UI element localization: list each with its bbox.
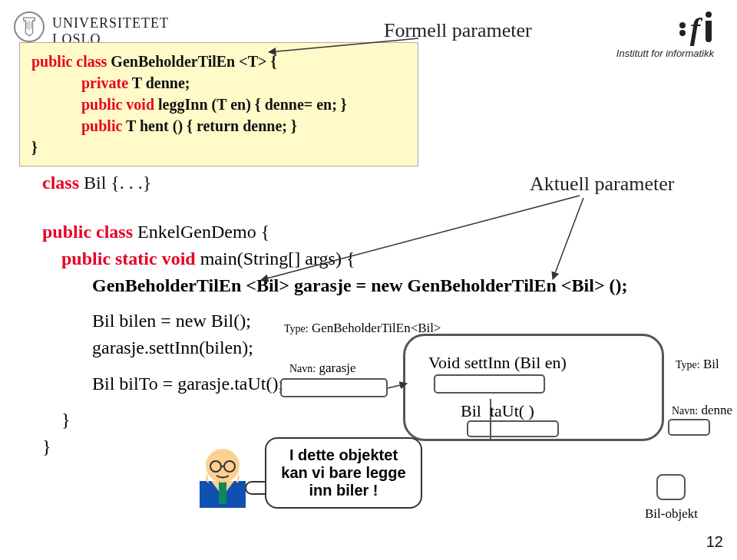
class-bil-line: class Bil {. . .} — [42, 173, 151, 193]
bil-navn-label: Navn: denne — [672, 403, 732, 418]
formell-parameter-label: Formell parameter — [384, 19, 532, 42]
bil-denne-slot — [668, 419, 710, 436]
bil-objekt-box — [656, 474, 686, 500]
code-box-generic-class: public class GenBeholderTilEn <T> { priv… — [19, 42, 418, 166]
obj-type-label: Type: GenBeholderTilEn<Bil> — [284, 321, 441, 336]
professor-icon — [196, 439, 250, 508]
bil-type-label: Type: Bil — [676, 357, 719, 372]
slide-header: UNIVERSITETET I OSLO f Institutt for inf… — [8, 8, 729, 46]
obj-taut-label: Bil taUt( ) — [461, 401, 534, 421]
uio-seal-icon — [14, 12, 45, 42]
obj-settinn-label: Void settInn (Bil en) — [428, 353, 567, 373]
page-number: 12 — [706, 533, 723, 551]
obj-settinn-slot — [434, 374, 545, 394]
obj-taut-slot — [467, 420, 559, 437]
ifi-caption: Institutt for informatikk — [616, 48, 714, 59]
aktuell-parameter-label: Aktuell parameter — [530, 173, 674, 196]
ifi-logo: f Institutt for informatikk — [616, 12, 714, 59]
obj-garasje-slot — [280, 378, 388, 397]
obj-navn-label: Navn: garasje — [289, 361, 356, 376]
speech-bubble: I dette objektet kan vi bare legge inn b… — [265, 437, 422, 509]
svg-rect-1 — [219, 481, 226, 504]
bil-objekt-label: Bil-objekt — [645, 506, 698, 522]
